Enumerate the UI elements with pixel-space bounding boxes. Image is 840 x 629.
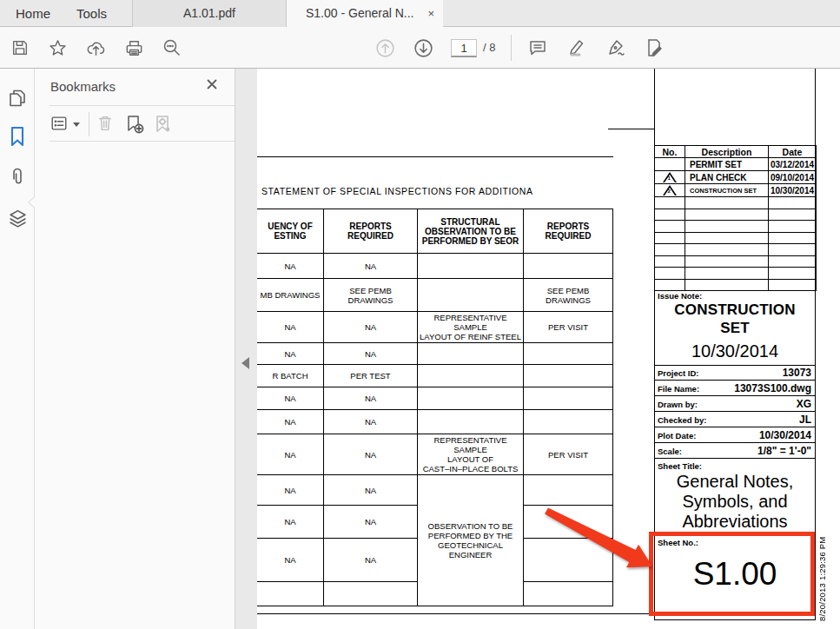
stmt-cell: REPRESENTATIVE SAMPLE LAYOUT OF CAST–IN–…	[418, 434, 524, 475]
revision-no-cell: 1	[655, 171, 685, 184]
page-total-label: / 8	[483, 41, 495, 54]
stmt-cell	[418, 254, 524, 279]
sheet-title-line: General Notes,	[654, 472, 816, 492]
print-button[interactable]	[122, 36, 145, 59]
paperclip-icon	[7, 166, 28, 189]
revision-empty-row	[655, 232, 817, 244]
revision-header-cell: Description	[685, 146, 769, 158]
bookmark-icon	[7, 125, 28, 148]
revision-row: 1PLAN CHECK09/10/2014	[655, 171, 817, 184]
bookmark-options-button[interactable]	[50, 114, 70, 135]
revision-description-cell: PERMIT SET	[685, 158, 769, 171]
info-label: Scale:	[658, 447, 682, 456]
share-cloud-icon	[86, 38, 106, 58]
stmt-cell: NA	[324, 410, 418, 434]
revision-empty-cell	[655, 232, 685, 244]
revision-no-cell: 2	[655, 184, 685, 197]
revision-delta-icon: 1	[663, 172, 677, 182]
plot-timestamp: 8/20/2013 1:29:36 PM	[817, 519, 827, 621]
next-page-button[interactable]	[412, 36, 434, 59]
stmt-cell	[418, 343, 524, 365]
acrobat-window: Home Tools A1.01.pdf S1.00 - General N..…	[0, 0, 840, 629]
stmt-cell: NA	[257, 475, 324, 506]
revision-empty-cell	[685, 209, 769, 221]
tab-s100-active[interactable]: S1.00 - General N... ×	[287, 0, 443, 28]
menu-tools[interactable]: Tools	[71, 0, 112, 27]
panel-collapse-gutter[interactable]	[235, 69, 257, 629]
sheet-title-line: Symbols, and	[654, 492, 816, 512]
stmt-cell: NA	[257, 343, 324, 365]
highlight-button[interactable]	[566, 36, 588, 59]
stmt-cell	[524, 410, 613, 434]
stmt-cell	[524, 582, 613, 606]
info-row: Drawn by:XG	[654, 396, 816, 412]
stmt-cell: NA	[257, 434, 324, 475]
stmt-header-cell: UENCY OF ESTING	[257, 209, 324, 254]
stmt-cell: REPRESENTATIVE SAMPLE LAYOUT OF REINF ST…	[418, 312, 524, 343]
revision-header-cell: Date	[769, 146, 817, 158]
revision-date-cell: 03/12/2014	[769, 158, 817, 171]
revision-empty-row	[655, 255, 817, 268]
star-button[interactable]	[46, 36, 69, 59]
table-row: NANA	[257, 254, 613, 279]
layers-icon	[7, 208, 29, 229]
revision-empty-cell	[685, 221, 769, 233]
active-panel-indicator	[29, 197, 35, 208]
special-inspections-table: UENCY OF ESTINGREPORTS REQUIREDSTRUCTURA…	[257, 209, 613, 606]
stmt-cell: NA	[324, 434, 418, 475]
share-button[interactable]	[84, 36, 107, 59]
issue-note-label: Issue Note:	[658, 291, 702, 301]
stmt-header-cell: REPORTS REQUIRED	[524, 209, 613, 254]
stmt-cell: NA	[257, 539, 324, 582]
stmt-header-cell: STRUCTURAL OBSERVATION TO BE PERFORMED B…	[418, 209, 524, 254]
fountain-pen-icon	[605, 37, 626, 58]
options-dropdown-caret[interactable]	[73, 122, 80, 127]
stmt-cell: PER TEST	[324, 365, 418, 387]
table-row: R BATCHPER TEST	[257, 365, 613, 387]
layers-button[interactable]	[7, 208, 29, 229]
tab-label: S1.00 - General N...	[306, 6, 414, 20]
revision-empty-cell	[655, 268, 685, 280]
info-label: File Name:	[658, 384, 699, 394]
tab-a101[interactable]: A1.01.pdf	[132, 0, 287, 27]
stmt-cell: PER VISIT	[524, 434, 613, 475]
sheet-title-line: Abbreviations	[654, 512, 816, 532]
revision-empty-row	[655, 221, 817, 233]
stmt-cell: NA	[257, 312, 324, 343]
info-row: File Name:13073S100.dwg	[654, 381, 816, 396]
page-thumbnails-button[interactable]	[7, 88, 29, 109]
stmt-cell	[418, 279, 524, 312]
stmt-cell	[524, 343, 613, 365]
stmt-cell: NA	[257, 254, 324, 279]
stmt-cell: NA	[324, 343, 418, 365]
info-label: Drawn by:	[658, 400, 698, 409]
revision-empty-cell	[655, 255, 685, 268]
menu-home[interactable]: Home	[10, 0, 56, 27]
revision-description-cell: CONSTRUCTION SET	[685, 184, 769, 197]
sheet-no-highlight-box	[649, 532, 815, 616]
attachments-button[interactable]	[7, 166, 29, 188]
revision-header-cell: No.	[655, 146, 685, 158]
info-row: Scale:1/8" = 1'-0"	[654, 443, 816, 459]
locate-bookmark-icon	[153, 114, 174, 135]
info-label: Plot Date:	[658, 431, 696, 440]
info-row: Project ID:13073	[654, 365, 816, 381]
bookmarks-panel-title: Bookmarks	[50, 79, 116, 94]
pdf-page[interactable]: STATEMENT OF SPECIAL INSPECTIONS FOR ADD…	[257, 69, 840, 629]
issue-note-date: 10/30/2014	[654, 341, 816, 361]
close-icon	[205, 77, 219, 91]
bookmarks-close-button[interactable]	[205, 77, 221, 93]
sheet-title-label: Sheet Title:	[658, 461, 702, 471]
save-button[interactable]	[9, 36, 31, 59]
page-number-input[interactable]	[451, 39, 477, 57]
zoom-button[interactable]	[161, 36, 183, 59]
add-bookmark-button[interactable]	[124, 114, 145, 135]
collapse-panel-icon[interactable]	[241, 357, 249, 369]
tab-close-icon[interactable]: ×	[427, 0, 434, 27]
comment-button[interactable]	[526, 36, 549, 59]
bookmarks-panel-button[interactable]	[7, 125, 29, 147]
fill-sign-button[interactable]	[643, 36, 665, 59]
stmt-cell: PER VISIT	[524, 312, 613, 343]
revision-empty-row	[655, 244, 817, 256]
sign-button[interactable]	[605, 36, 627, 59]
